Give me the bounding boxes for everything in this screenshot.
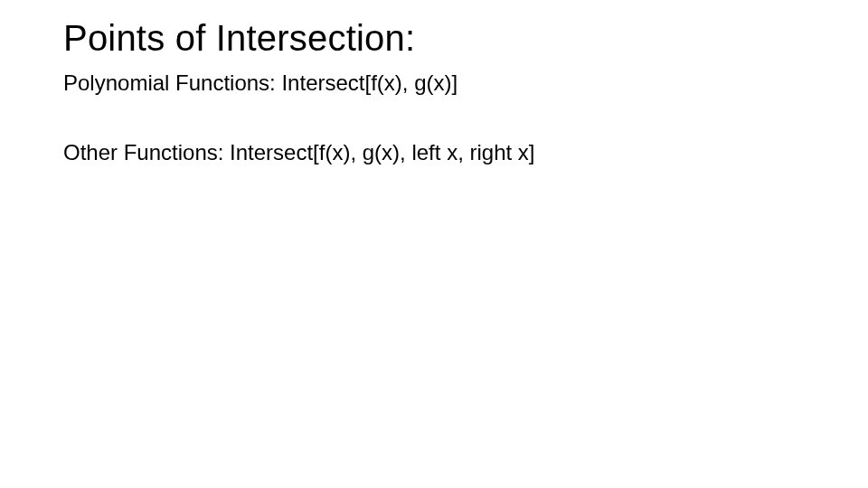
body-line-polynomial: Polynomial Functions: Intersect[f(x), g(… — [63, 69, 805, 97]
slide-title: Points of Intersection: — [63, 16, 805, 60]
body-line-other: Other Functions: Intersect[f(x), g(x), l… — [63, 138, 805, 166]
slide-container: Points of Intersection: Polynomial Funct… — [0, 0, 868, 488]
